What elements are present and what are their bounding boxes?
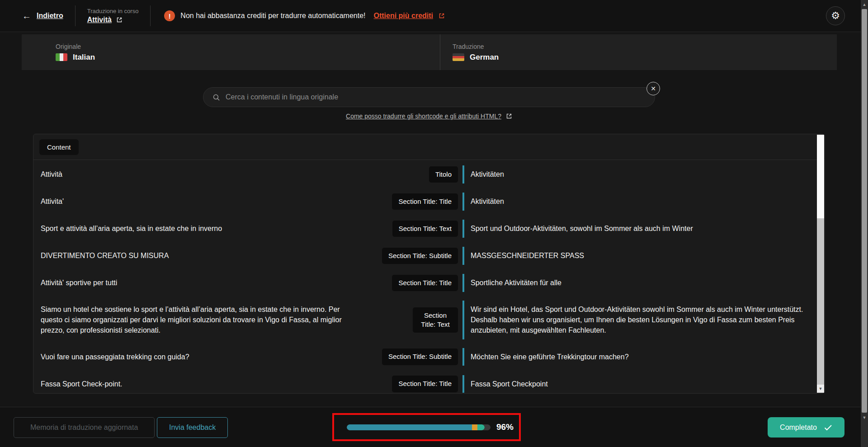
source-text: DIVERTIMENTO CREATO SU MISURA <box>41 250 366 261</box>
back-arrow-icon: ← <box>22 11 31 21</box>
search-area: ✕ <box>203 87 655 107</box>
progress-highlight-box: 96% <box>332 413 521 441</box>
progress-bar-fill <box>347 424 485 430</box>
badge-cell: Section Title: Text <box>366 307 462 333</box>
progress-segment-done <box>477 424 485 430</box>
table-row[interactable]: DIVERTIMENTO CREATO SU MISURA Section Ti… <box>33 242 825 269</box>
content-tab[interactable]: Content <box>39 139 79 155</box>
translation-text[interactable]: Möchten Sie eine geführte Trekkingtour m… <box>462 348 807 366</box>
table-row[interactable]: Attività Titolo Aktivitäten <box>33 161 825 188</box>
scroll-down-icon[interactable]: ▼ <box>817 385 824 393</box>
original-language-name: Italian <box>73 53 95 62</box>
table-row[interactable]: Vuoi fare una passeggiata trekking con g… <box>33 343 825 371</box>
badge-cell: Section Title: Title <box>366 193 462 210</box>
get-credits-link[interactable]: Ottieni più crediti <box>373 12 433 20</box>
source-text: Attività' sportive per tutti <box>41 278 366 288</box>
page-scrollbar[interactable]: ▲ ▼ <box>861 0 868 447</box>
table-row[interactable]: Attività' sportive per tutti Section Tit… <box>33 269 825 296</box>
content-type-badge: Section Title: Title <box>392 275 458 291</box>
translation-text[interactable]: Aktivitäten <box>462 193 807 210</box>
translation-language-panel: Traduzione German <box>440 34 837 70</box>
close-icon: ✕ <box>651 85 656 92</box>
search-icon <box>212 94 220 101</box>
footer-bar: Memoria di traduzione aggiornata Invia f… <box>0 407 868 447</box>
content-rows: Attività Titolo Aktivitäten Attivita' Se… <box>33 160 825 394</box>
external-link-icon[interactable] <box>506 113 512 119</box>
activity-page-link[interactable]: Attività <box>87 16 112 24</box>
divider <box>75 5 75 26</box>
language-bar: Originale Italian Traduzione German <box>22 34 837 70</box>
complete-label: Completato <box>780 423 817 432</box>
context-label: Traduzione in corso <box>87 8 139 14</box>
search-input-container <box>203 87 655 107</box>
translation-language-name: German <box>470 53 499 62</box>
table-row[interactable]: Attivita' Section Title: Title Aktivität… <box>33 188 825 215</box>
scroll-up-icon[interactable]: ▲ <box>861 1 868 8</box>
progress-segment-pending <box>472 424 477 430</box>
content-type-badge: Titolo <box>429 166 458 183</box>
warning-icon: ! <box>164 10 175 21</box>
badge-cell: Section Title: Title <box>366 376 462 392</box>
source-text: Sport e attività all’aria aperta, sia in… <box>41 223 366 234</box>
help-row: Come posso tradurre gli shortcode e gli … <box>203 113 655 120</box>
original-language-panel: Originale Italian <box>22 34 440 70</box>
german-flag-icon <box>453 53 464 61</box>
panel-scrollbar[interactable]: ▼ <box>817 135 824 393</box>
gear-icon: ⚙ <box>831 11 840 21</box>
translation-text[interactable]: Sportliche Aktivitäten für alle <box>462 274 807 292</box>
translation-editor-page: ← Indietro Traduzione in corso Attività … <box>0 0 868 447</box>
translation-text[interactable]: Aktivitäten <box>462 165 807 183</box>
source-text: Siamo un hotel che sostiene lo sport e l… <box>41 304 366 336</box>
table-row[interactable]: Fassa Sport Check-point. Section Title: … <box>33 371 825 394</box>
content-type-badge: Section Title: Text <box>392 221 458 237</box>
translation-memory-button: Memoria di traduzione aggiornata <box>14 417 155 438</box>
content-panel: Content Attività Titolo Aktivitäten Atti… <box>33 134 825 394</box>
source-text: Attività <box>41 169 366 179</box>
search-input[interactable] <box>226 93 646 101</box>
badge-cell: Section Title: Text <box>366 221 462 237</box>
content-type-badge: Section Title: Title <box>392 376 458 392</box>
credits-warning: ! Non hai abbastanza crediti per tradurr… <box>164 10 445 21</box>
warning-text: Non hai abbastanza crediti per tradurre … <box>180 12 365 20</box>
content-type-badge: Section Title: Subtitle <box>382 248 458 264</box>
translation-text[interactable]: Fassa Sport Checkpoint <box>462 375 807 393</box>
source-text: Vuoi fare una passeggiata trekking con g… <box>41 352 366 362</box>
content-type-badge: Section Title: Text <box>413 307 458 333</box>
page-scrollbar-thumb[interactable] <box>862 9 867 413</box>
panel-scrollbar-thumb[interactable] <box>817 135 824 218</box>
table-row[interactable]: Sport e attività all’aria aperta, sia in… <box>33 215 825 242</box>
back-label: Indietro <box>37 12 63 20</box>
translation-context: Traduzione in corso Attività <box>87 8 139 24</box>
content-type-badge: Section Title: Subtitle <box>382 348 458 365</box>
source-text: Fassa Sport Check-point. <box>41 379 366 389</box>
source-text: Attivita' <box>41 196 366 207</box>
badge-cell: Titolo <box>366 166 462 183</box>
panel-header: Content <box>33 134 825 160</box>
badge-cell: Section Title: Subtitle <box>366 348 462 365</box>
scroll-down-icon[interactable]: ▼ <box>861 414 868 421</box>
divider <box>150 5 151 26</box>
shortcode-help-link[interactable]: Come posso tradurre gli shortcode e gli … <box>346 113 501 120</box>
progress-bar <box>347 424 491 430</box>
settings-button[interactable]: ⚙ <box>826 6 845 25</box>
top-bar: ← Indietro Traduzione in corso Attività … <box>0 0 868 32</box>
back-button[interactable]: ← Indietro <box>22 11 63 21</box>
badge-cell: Section Title: Subtitle <box>366 248 462 264</box>
progress-segment-translated <box>347 424 472 430</box>
send-feedback-button[interactable]: Invia feedback <box>157 417 228 438</box>
original-label: Originale <box>56 43 440 50</box>
badge-cell: Section Title: Title <box>366 275 462 291</box>
table-row[interactable]: Siamo un hotel che sostiene lo sport e l… <box>33 296 825 343</box>
progress-percent-label: 96% <box>496 422 514 432</box>
translation-label: Traduzione <box>453 43 837 50</box>
close-search-button[interactable]: ✕ <box>646 82 660 95</box>
content-type-badge: Section Title: Title <box>392 193 458 210</box>
translation-text[interactable]: Sport und Outdoor-Aktivitäten, sowohl im… <box>462 220 807 237</box>
italian-flag-icon <box>56 53 67 61</box>
check-icon <box>824 424 832 431</box>
external-link-icon[interactable] <box>116 17 123 23</box>
translation-text[interactable]: MASSGESCHNEIDERTER SPASS <box>462 247 807 264</box>
complete-button[interactable]: Completato <box>768 417 844 438</box>
external-link-icon[interactable] <box>439 13 445 19</box>
translation-text[interactable]: Wir sind ein Hotel, das Sport und Outdoo… <box>462 301 807 339</box>
